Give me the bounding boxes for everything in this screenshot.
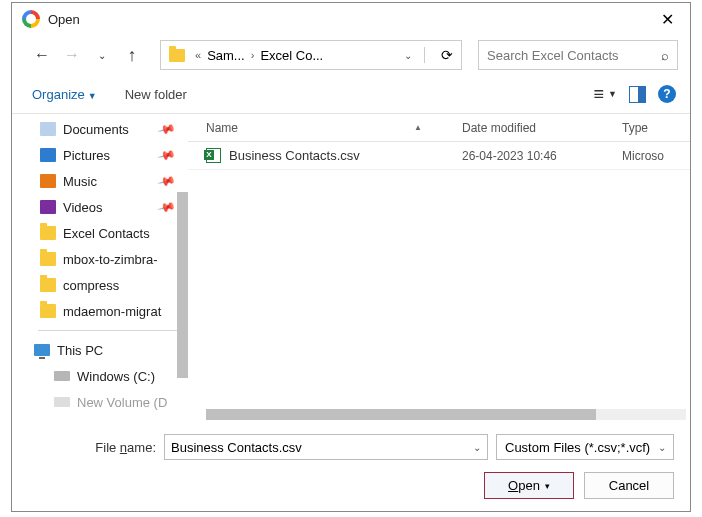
chevron-down-icon[interactable]: ⌄ [473,442,481,453]
pin-icon: 📌 [157,197,177,217]
window-title: Open [48,12,655,27]
search-input[interactable]: Search Excel Contacts ⌕ [478,40,678,70]
folder-icon [169,49,185,62]
sidebar-item-mdaemon[interactable]: mdaemon-migrat [20,298,188,324]
file-name: Business Contacts.csv [229,148,360,163]
folder-icon [40,226,56,240]
pictures-icon [40,148,56,162]
back-button[interactable]: ← [30,46,54,64]
sidebar-scrollbar[interactable] [177,192,188,378]
pin-icon: 📌 [157,119,177,139]
search-placeholder: Search Excel Contacts [487,48,661,63]
sidebar-item-compress[interactable]: compress [20,272,188,298]
scrollbar-thumb[interactable] [206,409,596,420]
preview-pane-toggle[interactable] [629,86,646,103]
chevron-down-icon: ▾ [545,481,550,491]
filetype-select[interactable]: Custom Files (*.csv;*.vcf)⌄ [496,434,674,460]
breadcrumb-bar[interactable]: « Sam... › Excel Co... ⌄ ⟳ [160,40,462,70]
pin-icon: 📌 [157,171,177,191]
footer: File name: Business Contacts.csv⌄ Custom… [12,420,690,511]
chevron-down-icon[interactable]: ⌄ [404,50,412,61]
forward-button[interactable]: → [60,46,84,64]
sidebar-divider [38,330,178,331]
dialog-body: Documents📌 Pictures📌 Music📌 Videos📌 Exce… [12,113,690,420]
file-date: 26-04-2023 10:46 [462,149,622,163]
sidebar: Documents📌 Pictures📌 Music📌 Videos📌 Exce… [12,114,188,420]
up-button[interactable]: ↑ [120,45,144,66]
view-menu[interactable]: ≡▼ [594,84,617,105]
column-headers: Name▲ Date modified Type [188,114,690,142]
documents-icon [40,122,56,136]
file-type: Microso [622,149,690,163]
column-type[interactable]: Type [622,121,690,135]
search-icon: ⌕ [661,48,669,63]
cancel-button[interactable]: Cancel [584,472,674,499]
excel-file-icon [206,148,221,163]
sidebar-item-pictures[interactable]: Pictures📌 [20,142,188,168]
column-date[interactable]: Date modified [462,121,622,135]
close-icon[interactable]: ✕ [655,8,680,31]
sidebar-item-documents[interactable]: Documents📌 [20,116,188,142]
chevron-right-icon: › [249,49,257,61]
organize-menu[interactable]: Organize▼ [26,83,103,106]
sort-asc-icon: ▲ [414,123,422,132]
new-folder-button[interactable]: New folder [125,87,187,102]
sidebar-item-drive-d[interactable]: New Volume (D [20,389,188,415]
sidebar-item-mbox[interactable]: mbox-to-zimbra- [20,246,188,272]
open-file-dialog: Open ✕ ← → ⌄ ↑ « Sam... › Excel Co... ⌄ … [11,2,691,512]
sidebar-item-excel-contacts[interactable]: Excel Contacts [20,220,188,246]
sidebar-item-videos[interactable]: Videos📌 [20,194,188,220]
crumb-seg-2[interactable]: Excel Co... [260,48,323,63]
filename-label: File name: [28,440,156,455]
chevron-down-icon[interactable]: ⌄ [658,442,666,453]
nav-bar: ← → ⌄ ↑ « Sam... › Excel Co... ⌄ ⟳ Searc… [12,35,690,75]
videos-icon [40,200,56,214]
recent-dropdown[interactable]: ⌄ [90,50,114,61]
drive-icon [54,371,70,381]
filename-input[interactable]: Business Contacts.csv⌄ [164,434,488,460]
title-bar: Open ✕ [12,3,690,35]
toolbar: Organize▼ New folder ≡▼ ? [12,75,690,113]
horizontal-scrollbar[interactable] [206,409,686,420]
sidebar-item-this-pc[interactable]: This PC [20,337,188,363]
crumb-overflow[interactable]: « [193,49,203,61]
folder-icon [40,278,56,292]
file-list-pane: Name▲ Date modified Type Business Contac… [188,114,690,420]
music-icon [40,174,56,188]
help-icon[interactable]: ? [658,85,676,103]
folder-icon [40,252,56,266]
refresh-button[interactable]: ⟳ [433,47,453,63]
open-button[interactable]: Open▾ [484,472,574,499]
drive-icon [54,397,70,407]
sidebar-item-drive-c[interactable]: Windows (C:) [20,363,188,389]
file-row[interactable]: Business Contacts.csv 26-04-2023 10:46 M… [188,142,690,170]
pin-icon: 📌 [157,145,177,165]
sidebar-item-music[interactable]: Music📌 [20,168,188,194]
crumb-seg-1[interactable]: Sam... [207,48,245,63]
column-name[interactable]: Name▲ [206,121,462,135]
chrome-icon [22,10,40,28]
folder-icon [40,304,56,318]
pc-icon [34,344,50,356]
